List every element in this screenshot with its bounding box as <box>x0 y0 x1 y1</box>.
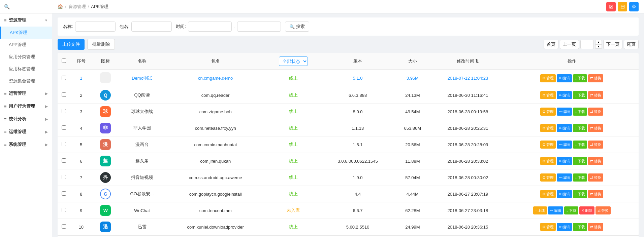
sidebar-group-arrow-ops: ▶ <box>45 92 48 95</box>
act-icon-replace: ⇄ <box>590 76 593 80</box>
sidebar-group-header-system[interactable]: ≡系统管理▶ <box>0 138 52 151</box>
act-icon-delete: ✕ <box>581 208 584 213</box>
select-all-checkbox[interactable] <box>62 58 66 63</box>
first-page-top[interactable]: 首页 <box>544 40 558 49</box>
page-down-top[interactable]: ▼ <box>595 44 602 49</box>
row-2-action-replace[interactable]: ⇄替换 <box>588 91 603 99</box>
status-filter-select[interactable]: 全部状态 线上 线下 未入库 <box>279 56 308 66</box>
filter-package-input[interactable] <box>131 22 172 32</box>
breadcrumb-resource[interactable]: 资源管理 <box>68 4 86 10</box>
row-8-checkbox[interactable] <box>62 191 66 196</box>
page-number-top[interactable]: 1 <box>580 40 594 49</box>
row-3-action-download[interactable]: ↓下载 <box>573 108 587 116</box>
row-6-action-replace[interactable]: ⇄替换 <box>588 157 603 165</box>
row-5-action-edit[interactable]: ✏编辑 <box>557 141 572 149</box>
act-icon-download: ↓ <box>575 126 577 130</box>
row-7-action-replace[interactable]: ⇄替换 <box>588 173 603 182</box>
row-2-action-edit[interactable]: ✏编辑 <box>557 91 572 99</box>
breadcrumb-home-icon[interactable]: 🏠 <box>58 4 63 9</box>
status-badge-9: 未入库 <box>287 208 300 213</box>
sidebar-item-apk[interactable]: APK管理 <box>0 27 52 39</box>
row-5-action-replace[interactable]: ⇄替换 <box>588 141 603 149</box>
row-10-action-download[interactable]: ↓下载 <box>573 223 587 231</box>
row-4-checkbox[interactable] <box>62 125 66 130</box>
sidebar-group-user-behavior: ≡用户行为管理▶ <box>0 100 52 113</box>
header-action-minimize[interactable]: ⊟ <box>618 2 627 11</box>
sidebar-group-header-user-behavior[interactable]: ≡用户行为管理▶ <box>0 100 52 113</box>
row-2-action-download[interactable]: ↓下载 <box>573 91 587 99</box>
sidebar-item-app[interactable]: APP管理 <box>0 39 52 51</box>
filter-time-start[interactable] <box>188 22 232 32</box>
row-6-seq: 6 <box>70 153 93 169</box>
row-2-checkbox-cell <box>58 87 70 104</box>
row-1-action-download[interactable]: ↓下载 <box>573 74 587 82</box>
row-8-action-edit[interactable]: ✏编辑 <box>557 190 572 198</box>
row-3-checkbox[interactable] <box>62 109 66 113</box>
row-3-action-replace[interactable]: ⇄替换 <box>588 108 603 116</box>
next-page-top[interactable]: 下一页 <box>603 40 622 49</box>
row-7-action-edit[interactable]: ✏编辑 <box>557 173 572 182</box>
last-page-top[interactable]: 尾页 <box>624 40 639 49</box>
row-1-checkbox[interactable] <box>62 76 66 80</box>
row-4-action-manage[interactable]: ⚙管理 <box>540 124 556 132</box>
row-6-action-edit[interactable]: ✏编辑 <box>557 157 572 165</box>
sidebar-item-app-category[interactable]: 应用分类管理 <box>0 51 52 63</box>
row-5-size: 20.56M <box>394 136 430 153</box>
col-package: 包名 <box>165 53 265 70</box>
row-7-action-manage[interactable]: ⚙管理 <box>540 173 556 182</box>
row-9-action-replace[interactable]: ⇄替换 <box>595 206 611 214</box>
filter-name-input[interactable] <box>75 22 116 32</box>
app-icon-4: 非 <box>100 123 111 133</box>
row-5-checkbox[interactable] <box>62 142 66 146</box>
row-9-checkbox[interactable] <box>62 208 66 212</box>
sidebar-item-resource-set[interactable]: 资源集合管理 <box>0 75 52 87</box>
sidebar-group-header-ops2[interactable]: ≡运维管理▶ <box>0 125 52 138</box>
row-9-action-download[interactable]: ↓下载 <box>564 206 578 214</box>
row-6-action-manage[interactable]: ⚙管理 <box>540 157 556 165</box>
sidebar-group-header-stats[interactable]: ≡统计分析▶ <box>0 113 52 125</box>
row-3-action-edit[interactable]: ✏编辑 <box>557 108 572 116</box>
header-action-close[interactable]: ⊠ <box>606 2 616 11</box>
row-10-action-edit[interactable]: ✏编辑 <box>557 223 572 231</box>
row-7-package: com.ss.android.ugc.aweme <box>165 169 265 186</box>
row-9-action-delete[interactable]: ✕删除 <box>579 206 594 214</box>
page-up-top[interactable]: ▲ <box>595 40 602 44</box>
row-1-action-manage[interactable]: ⚙管理 <box>540 74 556 82</box>
row-5-action-download[interactable]: ↓下载 <box>573 141 587 149</box>
row-7-action-download[interactable]: ↓下载 <box>573 173 587 182</box>
row-6-checkbox[interactable] <box>62 158 66 163</box>
upload-button[interactable]: 上传文件 <box>58 39 85 50</box>
row-5-action-manage[interactable]: ⚙管理 <box>540 141 556 149</box>
table-body: 1Demo测试cn.cmgame.demo线上5.1.03.96M2018-07… <box>58 70 639 235</box>
row-9-status: 未入库 <box>265 202 321 219</box>
row-4-action-download[interactable]: ↓下载 <box>573 124 587 132</box>
row-9-action-edit[interactable]: ✏编辑 <box>548 206 563 214</box>
row-7-checkbox[interactable] <box>62 175 66 179</box>
batch-delete-button[interactable]: 批量删除 <box>87 39 115 50</box>
row-8-action-replace[interactable]: ⇄替换 <box>588 190 603 198</box>
row-10-action-manage[interactable]: ⚙管理 <box>540 223 556 231</box>
row-4-action-replace[interactable]: ⇄替换 <box>588 124 603 132</box>
filter-time-end[interactable] <box>237 22 281 32</box>
search-button[interactable]: 🔍 搜索 <box>285 22 309 32</box>
row-2-seq: 2 <box>70 87 93 104</box>
col-modified[interactable]: 修改时间 ⇅ <box>431 53 505 70</box>
sidebar-item-app-tag[interactable]: 应用标签管理 <box>0 63 52 75</box>
row-1-action-replace[interactable]: ⇄替换 <box>588 74 603 82</box>
row-1-action-edit[interactable]: ✏编辑 <box>557 74 572 82</box>
header-action-settings[interactable]: ⚙ <box>629 2 639 11</box>
row-6-action-download[interactable]: ↓下载 <box>573 157 587 165</box>
row-8-action-manage[interactable]: ⚙管理 <box>540 190 556 198</box>
row-2-action-manage[interactable]: ⚙管理 <box>540 91 556 99</box>
row-4-action-edit[interactable]: ✏编辑 <box>557 124 572 132</box>
sidebar-group-header-resource[interactable]: ≡资源管理▼ <box>0 14 52 27</box>
row-10-action-replace[interactable]: ⇄替换 <box>588 223 603 231</box>
row-10-checkbox[interactable] <box>62 224 66 229</box>
row-2-checkbox[interactable] <box>62 92 66 97</box>
row-3-action-manage[interactable]: ⚙管理 <box>540 108 556 116</box>
app-icon-1 <box>100 72 111 83</box>
row-9-action-online[interactable]: ↑上线 <box>533 206 547 214</box>
sidebar-group-header-ops[interactable]: ≡运营管理▶ <box>0 87 52 100</box>
prev-page-top[interactable]: 上一页 <box>560 40 579 49</box>
row-8-action-download[interactable]: ↓下载 <box>573 190 587 198</box>
